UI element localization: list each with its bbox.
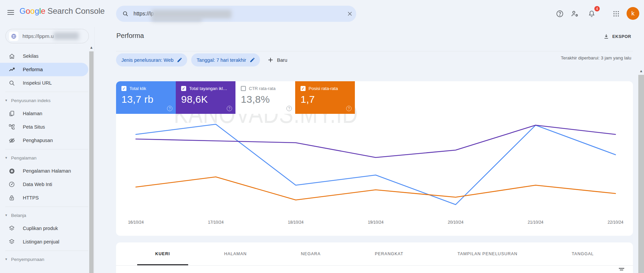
x-axis-tick-label: 19/10/24: [361, 220, 391, 225]
tab-halaman[interactable]: HALAMAN: [221, 242, 249, 265]
checkbox-checked-icon[interactable]: ✓: [121, 86, 126, 91]
new-filter-button[interactable]: Baru: [264, 57, 291, 63]
property-url-redaction: [54, 32, 79, 40]
sidebar-item-halaman[interactable]: Halaman: [0, 107, 88, 120]
notification-badge: 4: [594, 6, 600, 11]
page-experience-icon: [8, 167, 15, 175]
line-series-total-klik: [136, 124, 615, 204]
sidebar-nav: SekilasPerformaInspeksi URL▼Penyusunan i…: [0, 49, 88, 266]
sidebar-item-pengalaman-halaman[interactable]: Pengalaman Halaman: [0, 164, 88, 178]
brand-letter: e: [41, 6, 45, 15]
tab-perangkat[interactable]: PERANGKAT: [372, 242, 406, 265]
user-settings-icon[interactable]: [569, 7, 581, 20]
sidebar-item-inspeksi-url[interactable]: Inspeksi URL: [0, 76, 88, 90]
sidebar-item-label: Cuplikan produk: [23, 226, 58, 231]
dimensions-panel: KUERIHALAMANNEGARAPERANGKATTAMPILAN PENE…: [116, 242, 633, 273]
x-axis-labels: 16/10/2417/10/2418/10/2419/10/2420/10/24…: [116, 220, 633, 227]
sidebar-section-penyusunan-indeks[interactable]: ▼Penyusunan indeks: [0, 94, 88, 107]
sidebar-item-data-web-inti[interactable]: Data Web Inti: [0, 178, 88, 191]
chevron-down-icon: ▼: [5, 258, 8, 261]
sidebar-item-listingan-penjual[interactable]: Listingan penjual: [0, 235, 88, 248]
metric-help-icon[interactable]: ?: [286, 106, 292, 111]
new-filter-label: Baru: [277, 57, 287, 63]
tab-tanggal[interactable]: TANGGAL: [569, 242, 596, 265]
tab-negara[interactable]: NEGARA: [298, 242, 323, 265]
avatar[interactable]: k: [627, 7, 639, 20]
filter-chip[interactable]: Tanggal: 7 hari terakhir: [191, 53, 260, 66]
edit-pencil-icon[interactable]: [177, 57, 182, 63]
lock-icon: [8, 194, 15, 201]
sidebar-item-label: HTTPS: [23, 195, 39, 200]
metric-help-icon[interactable]: ?: [167, 106, 172, 111]
edit-pencil-icon[interactable]: [250, 57, 255, 63]
metric-value: 98,6K: [181, 94, 235, 105]
help-icon[interactable]: [553, 7, 566, 20]
sidebar-section-label: Belanja: [11, 213, 26, 218]
sidebar-section-belanja[interactable]: ▼Belanja: [0, 209, 88, 222]
page-scrollbar-thumb[interactable]: [638, 75, 644, 273]
tab-label: PERANGKAT: [375, 252, 403, 256]
filter-chips: Jenis penelusuran: WebTanggal: 7 hari te…: [116, 53, 290, 66]
sidebar-item-penghapusan[interactable]: Penghapusan: [0, 134, 88, 147]
search-icon: [8, 79, 15, 87]
checkbox-checked-icon[interactable]: ✓: [181, 86, 186, 91]
metric-card-total-tayangan-ikl-[interactable]: ✓Total tayangan ikl…98,6K?: [176, 81, 235, 114]
sidebar-item-label: Halaman: [23, 111, 42, 116]
search-clear-icon[interactable]: [345, 9, 355, 19]
brand-letter: g: [35, 6, 39, 15]
table-filter-icon[interactable]: [619, 268, 624, 270]
sidebar-section-divider: [5, 207, 88, 207]
sidebar-item-label: Inspeksi URL: [23, 80, 52, 86]
metric-cards: ✓Total klik13,7 rb?✓Total tayangan ikl…9…: [116, 81, 355, 114]
filter-chip-label: Tanggal: 7 hari terakhir: [197, 57, 246, 63]
globe-icon: [9, 32, 18, 41]
tab-tampilan-penelusuran[interactable]: TAMPILAN PENELUSURAN: [455, 242, 520, 265]
chevron-down-icon: ▼: [5, 156, 8, 160]
notifications-bell-icon[interactable]: 4: [585, 7, 598, 20]
search-value-redaction: [152, 17, 202, 21]
sidebar-section-label: Penyusunan indeks: [11, 98, 51, 103]
metric-help-icon[interactable]: ?: [227, 106, 232, 111]
filter-chip[interactable]: Jenis penelusuran: Web: [116, 53, 187, 66]
sidebar-item-performa[interactable]: Performa: [0, 63, 88, 76]
hamburger-menu-icon[interactable]: [7, 8, 15, 15]
export-button[interactable]: EKSPOR: [603, 34, 631, 39]
sidebar-item-label: Peta Situs: [23, 124, 45, 130]
scroll-up-icon[interactable]: ▲: [89, 45, 94, 51]
sidebar-item-label: Sekilas: [23, 53, 39, 59]
pages-icon: [8, 110, 15, 117]
sidebar-item-label: Performa: [23, 67, 43, 72]
sidebar-item-peta-situs[interactable]: Peta Situs: [0, 120, 88, 134]
apps-grid-icon[interactable]: [610, 7, 623, 20]
sidebar-item-https[interactable]: HTTPS: [0, 191, 88, 204]
dimension-tabs: KUERIHALAMANNEGARAPERANGKATTAMPILAN PENE…: [116, 242, 633, 265]
sidebar-section-pengalaman[interactable]: ▼Pengalaman: [0, 151, 88, 164]
line-series-total-tayangan: [136, 125, 615, 157]
metric-card-posisi-rata-rata[interactable]: ✓Posisi rata-rata1,7?: [295, 81, 355, 114]
x-axis-tick-label: 20/10/24: [440, 220, 471, 225]
metric-card-total-klik[interactable]: ✓Total klik13,7 rb?: [116, 81, 176, 114]
brand-letter: o: [30, 6, 35, 15]
sidebar-section-label: Pengalaman: [11, 155, 37, 161]
metric-help-icon[interactable]: ?: [346, 106, 352, 111]
sidebar-section-penyempurnaan[interactable]: ▼Penyempurnaan: [0, 253, 88, 266]
checkbox-checked-icon[interactable]: ✓: [301, 86, 306, 91]
page-scrollbar[interactable]: ▲: [638, 69, 644, 273]
sidebar-item-cuplikan-produk[interactable]: Cuplikan produk: [0, 222, 88, 235]
metric-label: Total tayangan ikl…: [189, 86, 227, 91]
property-url: https://lppm.u: [22, 33, 54, 39]
performance-panel: KANOVADS.MY.ID ✓Total klik13,7 rb?✓Total…: [116, 81, 633, 236]
scroll-up-icon[interactable]: ▲: [638, 69, 644, 75]
sidebar-scrollbar[interactable]: ▲: [89, 45, 94, 273]
home-icon: [8, 52, 15, 60]
checkbox-unchecked-icon[interactable]: [241, 86, 246, 91]
sidebar-scrollbar-thumb[interactable]: [89, 51, 94, 273]
tab-kueri[interactable]: KUERI: [153, 242, 173, 265]
search-icon: [122, 10, 129, 17]
sidebar-item-label: Pengalaman Halaman: [23, 168, 71, 174]
x-axis-tick-label: 17/10/24: [201, 220, 231, 225]
last-updated-text: Terakhir diperbarui: 3 jam yang lalu: [561, 55, 631, 60]
trending-up-icon: [8, 66, 15, 73]
metric-card-ctr-rata-rata[interactable]: CTR rata-rata13,8%?: [235, 81, 295, 114]
sidebar-item-sekilas[interactable]: Sekilas: [0, 49, 88, 63]
